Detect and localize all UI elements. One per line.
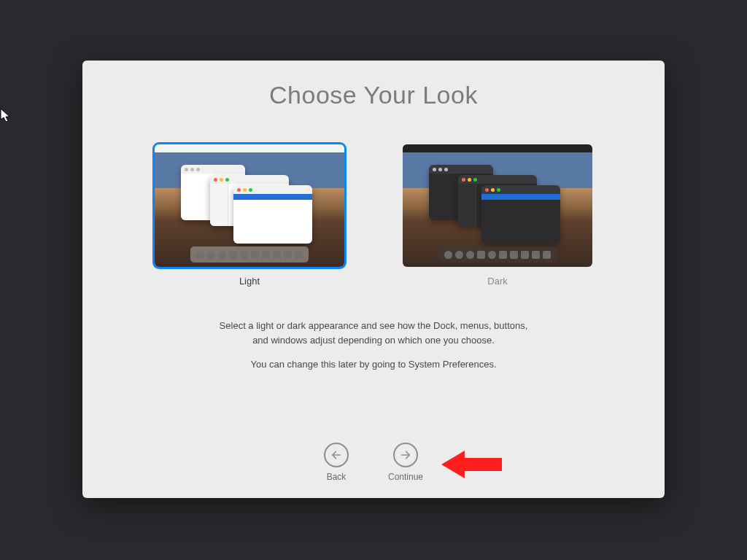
option-dark-label: Dark bbox=[487, 276, 507, 287]
description-line: Select a light or dark appearance and se… bbox=[220, 320, 528, 331]
mini-window bbox=[233, 185, 312, 244]
mini-window bbox=[481, 185, 560, 244]
arrow-left-icon bbox=[324, 443, 349, 467]
nav-bar: Back Continue bbox=[82, 443, 665, 482]
menubar-dark bbox=[403, 144, 592, 152]
description-line: and windows adjust depending on which on… bbox=[252, 335, 495, 346]
arrow-right-icon bbox=[393, 443, 418, 467]
preview-light bbox=[155, 144, 344, 267]
appearance-options: Light bbox=[82, 144, 665, 287]
option-light-label: Light bbox=[239, 276, 260, 287]
back-label: Back bbox=[327, 472, 347, 482]
option-dark[interactable]: Dark bbox=[403, 144, 592, 287]
preview-dark bbox=[403, 144, 592, 267]
svg-marker-3 bbox=[1, 109, 9, 122]
choose-your-look-dialog: Choose Your Look bbox=[82, 61, 665, 498]
option-light[interactable]: Light bbox=[155, 144, 344, 287]
description-line: You can change this later by going to Sy… bbox=[251, 359, 497, 370]
page-title: Choose Your Look bbox=[82, 81, 665, 109]
dock-dark bbox=[438, 246, 557, 262]
back-button[interactable]: Back bbox=[324, 443, 349, 482]
description-text: Select a light or dark appearance and se… bbox=[82, 319, 665, 372]
dock-light bbox=[190, 246, 309, 262]
mouse-cursor-icon bbox=[0, 108, 12, 122]
continue-label: Continue bbox=[388, 472, 423, 482]
continue-button[interactable]: Continue bbox=[388, 443, 423, 482]
menubar-light bbox=[155, 144, 344, 152]
